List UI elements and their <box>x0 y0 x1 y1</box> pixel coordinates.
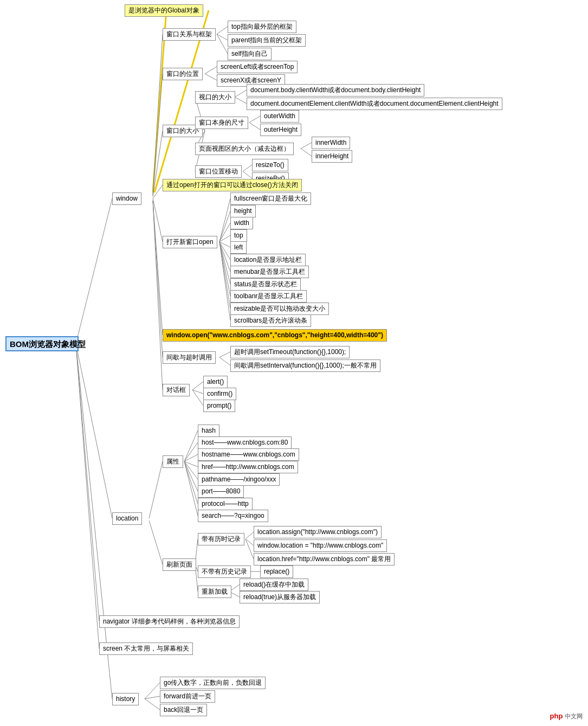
timeout-label: 间歇与超时调用 <box>166 354 212 361</box>
href2-label: location.href="http://www.cnblogs.com" 最… <box>257 555 391 563</box>
host-label: host——www.cnblogs.com:80 <box>202 439 288 446</box>
navigator-label: navigator 详细参考代码样例，各种浏览器信息 <box>103 618 236 625</box>
reload-cache-node: reload()在缓存中加载 <box>240 579 308 591</box>
toolbar-label: toolbanr是否显示工具栏 <box>234 292 303 300</box>
viewport-size-label: 视口的大小 <box>199 93 231 101</box>
menubar-node: menubar是否显示工具栏 <box>230 266 309 278</box>
svg-line-27 <box>153 185 163 198</box>
svg-line-11 <box>153 74 163 195</box>
resizable-label: resizable是否可以拖动改变大小 <box>234 305 325 312</box>
alert-node: alert() <box>203 376 228 388</box>
screen-label: screen 不太常用，与屏幕相关 <box>103 645 189 652</box>
outerWidth-node: outerWidth <box>260 110 299 123</box>
resizeTo-node: resizeTo() <box>252 159 288 171</box>
pathname-label: pathname——/xingoo/xxx <box>202 476 276 483</box>
innerWidth-node: innerWidth <box>312 137 350 149</box>
setInterval-label: 间歇调用setInterval(function(){},1000);一般不常用 <box>234 362 377 369</box>
global-note-label: 是浏览器中的Global对象 <box>128 7 199 14</box>
width-label: width <box>234 219 249 227</box>
replace-node: replace() <box>260 566 293 578</box>
screenLeft-label: screenLeft或者screenTop <box>221 63 294 70</box>
no-history-node: 不带有历史记录 <box>198 566 251 578</box>
top-frame-label: top指向最外层的框架 <box>231 23 293 30</box>
open-window-label: 打开新窗口open <box>166 238 214 246</box>
window-own-size-node: 窗口本身的尺寸 <box>195 117 248 129</box>
screenX-label: screenX或者screenY <box>221 76 281 84</box>
window-open-example-label: window.open("www.cnblogs.com","cnblogs",… <box>166 331 383 339</box>
forward-node: forward前进一页 <box>160 690 215 703</box>
svg-line-49 <box>184 431 198 461</box>
svg-line-30 <box>219 211 230 242</box>
svg-line-50 <box>184 442 198 461</box>
page-view-size-label: 页面视图区的大小（减去边框） <box>199 145 290 152</box>
attr-node: 属性 <box>163 455 183 468</box>
window-pos-label: 窗口的位置 <box>166 70 199 78</box>
menubar-label: menubar是否显示工具栏 <box>234 268 305 275</box>
hash-node: hash <box>198 425 219 437</box>
svg-line-48 <box>149 461 163 518</box>
parent-frame-node: parent指向当前的父框架 <box>228 34 306 47</box>
innerWidth-label: innerWidth <box>315 139 346 146</box>
reload-server-label: reload(true)从服务器加载 <box>243 593 316 601</box>
href2-node: location.href="http://www.cnblogs.com" 最… <box>254 553 395 566</box>
svg-line-41 <box>153 201 163 357</box>
timeout-node: 间歇与超时调用 <box>163 351 216 364</box>
svg-line-19 <box>235 90 247 97</box>
search-node: search——?q=xingoo <box>198 510 268 522</box>
parent-frame-label: parent指向当前的父框架 <box>231 36 302 44</box>
viewport-size-node: 视口的大小 <box>195 91 235 104</box>
svg-line-60 <box>245 539 254 545</box>
fullscreen-node: fullscreen窗口是否最大化 <box>230 192 311 205</box>
history-node: history <box>112 693 139 705</box>
svg-line-40 <box>153 201 163 335</box>
with-history-node: 带有历时记录 <box>198 533 244 545</box>
outerWidth-label: outerWidth <box>264 112 295 120</box>
pathname-node: pathname——/xingoo/xxx <box>198 473 280 486</box>
forward-label: forward前进一页 <box>164 692 211 700</box>
location-node: location <box>112 512 142 525</box>
svg-line-32 <box>219 235 230 242</box>
resizable-node: resizable是否可以拖动改变大小 <box>230 303 329 315</box>
svg-line-57 <box>149 521 163 564</box>
window-size-label: 窗口的大小 <box>166 127 199 134</box>
clientWidth-node: document.body.clientWidth或者document.body… <box>247 84 424 97</box>
width-node: width <box>230 217 253 229</box>
search-label: search——?q=xingoo <box>202 512 264 519</box>
svg-line-56 <box>184 461 198 516</box>
go-node: go传入数字，正数向前，负数回退 <box>160 677 266 689</box>
svg-line-42 <box>219 352 230 357</box>
clientWidth-label: document.body.clientWidth或者document.body… <box>250 86 421 94</box>
svg-line-29 <box>219 198 230 242</box>
innerHeight-label: innerHeight <box>315 152 348 160</box>
svg-line-39 <box>219 242 230 320</box>
setInterval-node: 间歇调用setInterval(function(){},1000);一般不常用 <box>230 359 380 372</box>
confirm-label: confirm() <box>207 390 232 397</box>
port-label: port——8080 <box>202 487 240 495</box>
go-label: go传入数字，正数向前，负数回退 <box>164 679 262 686</box>
watermark: php 中文网 <box>550 712 583 721</box>
svg-line-31 <box>219 223 230 242</box>
top2-node: top <box>230 229 247 242</box>
hostname-label: hostname——www.cnblogs.com <box>202 451 295 458</box>
host-node: host——www.cnblogs.com:80 <box>198 436 292 449</box>
hostname-node: hostname——www.cnblogs.com <box>198 448 299 461</box>
svg-line-2 <box>76 344 99 621</box>
svg-line-46 <box>192 390 203 394</box>
window-move-node: 窗口位置移动 <box>195 165 242 178</box>
svg-line-35 <box>219 242 230 272</box>
svg-line-68 <box>145 696 160 699</box>
scrollbars-label: scrollbars是否允许滚动条 <box>234 317 307 324</box>
svg-line-43 <box>219 357 230 365</box>
svg-line-25 <box>243 165 252 171</box>
svg-line-21 <box>249 116 260 123</box>
back-node: back回退一页 <box>160 704 207 716</box>
svg-line-45 <box>192 382 203 390</box>
scrollbars-node: scrollbars是否允许滚动条 <box>230 314 311 327</box>
svg-line-1 <box>76 344 112 518</box>
screenLeft-node: screenLeft或者screenTop <box>217 61 298 73</box>
open-window-node: 打开新窗口open <box>163 236 217 248</box>
with-history-label: 带有历时记录 <box>202 535 241 543</box>
dialog-node: 对话框 <box>163 384 190 396</box>
clientHeight-node: document.documentElement.clientWidth或者do… <box>247 98 502 110</box>
svg-line-10 <box>217 34 228 54</box>
